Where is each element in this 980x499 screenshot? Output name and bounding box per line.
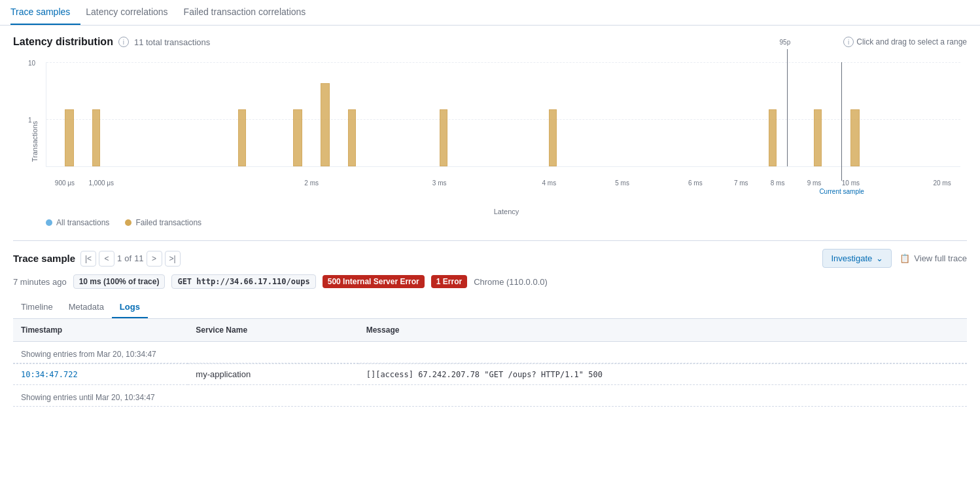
x-label-4ms: 4 ms [542, 179, 557, 187]
investigate-button[interactable]: Investigate ⌄ [822, 249, 892, 268]
tabs-bar: Trace samples Latency correlations Faile… [0, 0, 980, 26]
pagination-prev-btn[interactable]: < [99, 251, 114, 267]
bar-10ms-a [814, 109, 822, 166]
x-label-20ms: 20 ms [933, 179, 951, 187]
tab-latency-correlations[interactable]: Latency correlations [86, 0, 178, 25]
trace-time-ago: 7 minutes ago [13, 277, 67, 287]
legend-failed-label: Failed transactions [135, 218, 201, 227]
col-service-name: Service Name [188, 319, 358, 342]
pagination-current: 1 [117, 253, 122, 263]
pagination-of: of [124, 253, 131, 263]
sub-tab-timeline[interactable]: Timeline [13, 297, 61, 318]
legend-failed-transactions: Failed transactions [125, 218, 201, 227]
y-label-1: 1 [28, 117, 32, 124]
chart-grid-lines: 10 1 [46, 62, 960, 166]
view-full-trace-label: View full trace [914, 253, 967, 263]
legend-all-dot [46, 219, 52, 226]
chart-area: 10 1 [46, 62, 960, 167]
bar-2ms-b [321, 83, 330, 166]
trace-sample-header: Trace sample |< < 1 of 11 > >| Investiga… [13, 249, 967, 268]
bar-9ms [769, 109, 777, 166]
showing-entries-from: Showing entries from Mar 20, 10:34:47 [13, 342, 967, 363]
percentile-marker: 95p [787, 49, 788, 166]
legend-all-label: All transactions [56, 218, 109, 227]
bar-900us [65, 109, 74, 166]
trace-url-badge: GET http://34.66.17.110/oups [171, 274, 315, 289]
trace-sample-title-group: Trace sample |< < 1 of 11 > >| [13, 251, 181, 267]
x-label-6ms: 6 ms [688, 179, 703, 187]
percentile-label: 95p [780, 39, 791, 46]
trace-sample-title: Trace sample [13, 253, 75, 264]
pagination: |< < 1 of 11 > >| [80, 251, 181, 267]
chart-legend: All transactions Failed transactions [46, 218, 967, 227]
col-message: Message [359, 319, 967, 342]
legend-all-transactions: All transactions [46, 218, 109, 227]
sub-tab-logs[interactable]: Logs [112, 297, 148, 318]
x-label-3ms: 3 ms [432, 179, 447, 187]
log-message: [][access] 67.242.207.78 "GET /oups? HTT… [366, 370, 603, 379]
bar-3ms [440, 109, 447, 166]
logs-table: Timestamp Service Name Message Showing e… [13, 319, 967, 407]
tab-failed-transaction-correlations[interactable]: Failed transaction correlations [184, 0, 317, 25]
current-sample-marker: Current sample [841, 62, 842, 181]
chart-container[interactable]: 10 1 [26, 56, 967, 187]
log-service: my-application [196, 369, 251, 379]
x-label-9ms: 9 ms [807, 179, 822, 187]
total-transactions: 11 total transactions [134, 37, 210, 47]
pagination-total: 11 [134, 253, 143, 263]
trace-info-row: 7 minutes ago 10 ms (100% of trace) GET … [13, 274, 967, 289]
trace-actions: Investigate ⌄ 📋 View full trace [822, 249, 967, 268]
x-label-8ms: 8 ms [771, 179, 785, 187]
bar-4ms [549, 109, 557, 166]
pagination-next-btn[interactable]: > [147, 251, 162, 267]
grid-line-mid: 1 [46, 119, 960, 120]
x-label-900us: 900 μs [55, 179, 75, 187]
section-title-group: Latency distribution i 11 total transact… [13, 36, 210, 48]
current-sample-label: Current sample [819, 188, 864, 195]
x-label-5ms: 5 ms [615, 179, 629, 187]
legend-failed-dot [125, 219, 131, 226]
pagination-last-btn[interactable]: >| [165, 251, 181, 267]
bar-10ms-b [850, 109, 860, 166]
sub-tab-metadata[interactable]: Metadata [61, 297, 112, 318]
showing-entries-until: Showing entries until Mar 20, 10:34:47 [13, 385, 967, 407]
info-icon[interactable]: i [118, 37, 129, 47]
y-label-10: 10 [28, 60, 35, 67]
sub-tabs: Timeline Metadata Logs [13, 297, 967, 319]
x-label-7ms: 7 ms [734, 179, 748, 187]
col-timestamp: Timestamp [13, 319, 188, 342]
trace-duration-badge: 10 ms (100% of trace) [73, 274, 166, 289]
trace-http-status-badge: 500 Internal Server Error [323, 275, 425, 288]
hint-text: Click and drag to select a range [856, 37, 967, 46]
investigate-chevron-icon: ⌄ [876, 253, 883, 263]
investigate-label: Investigate [831, 253, 872, 263]
pagination-first-btn[interactable]: |< [80, 251, 96, 267]
log-timestamp: 10:34:47.722 [21, 370, 78, 379]
trace-error-count-badge: 1 Error [431, 275, 467, 288]
trace-sample-section: Trace sample |< < 1 of 11 > >| Investiga… [13, 240, 967, 407]
bar-2ms-c [348, 109, 356, 166]
x-axis-title: Latency [46, 208, 967, 215]
main-content: Latency distribution i 11 total transact… [0, 26, 980, 417]
table-row: 10:34:47.722 my-application [][access] 6… [13, 364, 967, 385]
click-drag-hint: i Click and drag to select a range [843, 37, 967, 47]
latency-distribution-header: Latency distribution i 11 total transact… [13, 36, 967, 48]
x-label-2ms: 2 ms [304, 179, 319, 187]
tab-trace-samples[interactable]: Trace samples [10, 0, 80, 25]
x-label-10ms: 10 ms [842, 179, 860, 187]
hint-info-icon: i [843, 37, 854, 47]
view-full-trace-button[interactable]: 📋 View full trace [900, 253, 967, 263]
latency-distribution-title: Latency distribution [13, 36, 113, 48]
bar-1800us [238, 109, 246, 166]
bar-1000us [92, 109, 100, 166]
trace-browser: Chrome (110.0.0.0) [474, 277, 548, 287]
bar-2ms-a [293, 109, 302, 166]
grid-line-top: 10 [46, 62, 960, 63]
x-label-1000us: 1,000 μs [89, 179, 114, 187]
doc-icon: 📋 [900, 253, 910, 263]
